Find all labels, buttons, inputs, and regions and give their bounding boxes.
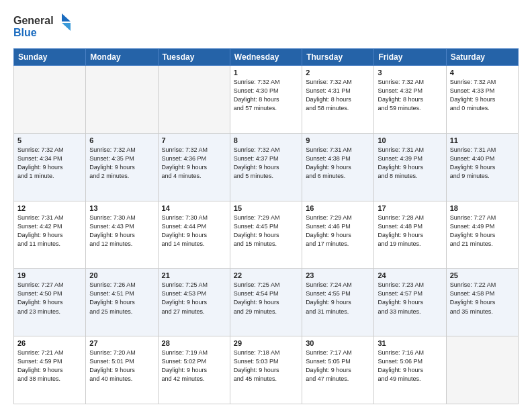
day-info: Sunrise: 7:26 AM Sunset: 4:51 PM Dayligh… (89, 281, 154, 316)
calendar-table: SundayMondayTuesdayWednesdayThursdayFrid… (13, 48, 519, 404)
calendar-cell: 27Sunrise: 7:20 AM Sunset: 5:01 PM Dayli… (86, 336, 158, 404)
day-info: Sunrise: 7:25 AM Sunset: 4:53 PM Dayligh… (162, 281, 226, 316)
day-number: 17 (378, 204, 442, 212)
calendar-cell: 29Sunrise: 7:18 AM Sunset: 5:03 PM Dayli… (230, 336, 302, 404)
calendar-cell: 4Sunrise: 7:32 AM Sunset: 4:33 PM Daylig… (446, 66, 518, 134)
day-number: 7 (162, 136, 226, 144)
weekday-header-tuesday: Tuesday (158, 49, 230, 66)
calendar-cell: 17Sunrise: 7:28 AM Sunset: 4:48 PM Dayli… (374, 201, 446, 269)
calendar-cell: 13Sunrise: 7:30 AM Sunset: 4:43 PM Dayli… (86, 201, 158, 269)
day-info: Sunrise: 7:32 AM Sunset: 4:37 PM Dayligh… (234, 146, 298, 181)
calendar-cell: 30Sunrise: 7:17 AM Sunset: 5:05 PM Dayli… (302, 336, 374, 404)
weekday-header-row: SundayMondayTuesdayWednesdayThursdayFrid… (14, 49, 519, 66)
calendar-cell: 9Sunrise: 7:31 AM Sunset: 4:38 PM Daylig… (302, 133, 374, 201)
weekday-header-thursday: Thursday (302, 49, 374, 66)
calendar-cell: 1Sunrise: 7:32 AM Sunset: 4:30 PM Daylig… (230, 66, 302, 134)
calendar-cell: 3Sunrise: 7:32 AM Sunset: 4:32 PM Daylig… (374, 66, 446, 134)
svg-text:Blue: Blue (13, 27, 37, 38)
logo-text: General Blue (13, 12, 74, 43)
day-info: Sunrise: 7:27 AM Sunset: 4:50 PM Dayligh… (17, 281, 82, 316)
day-info: Sunrise: 7:16 AM Sunset: 5:06 PM Dayligh… (378, 349, 442, 383)
calendar-cell: 6Sunrise: 7:32 AM Sunset: 4:35 PM Daylig… (86, 133, 158, 201)
calendar-cell: 22Sunrise: 7:25 AM Sunset: 4:54 PM Dayli… (230, 269, 302, 336)
calendar-cell: 7Sunrise: 7:32 AM Sunset: 4:36 PM Daylig… (158, 133, 230, 201)
day-info: Sunrise: 7:31 AM Sunset: 4:39 PM Dayligh… (378, 146, 442, 181)
logo: General Blue (13, 12, 74, 43)
day-number: 29 (234, 339, 298, 347)
week-row-1: 1Sunrise: 7:32 AM Sunset: 4:30 PM Daylig… (14, 66, 519, 134)
calendar-cell (86, 66, 158, 134)
day-info: Sunrise: 7:32 AM Sunset: 4:36 PM Dayligh… (162, 146, 226, 181)
calendar-cell: 11Sunrise: 7:31 AM Sunset: 4:40 PM Dayli… (446, 133, 518, 201)
day-info: Sunrise: 7:17 AM Sunset: 5:05 PM Dayligh… (306, 349, 370, 383)
day-info: Sunrise: 7:32 AM Sunset: 4:32 PM Dayligh… (378, 78, 442, 113)
day-number: 19 (17, 271, 82, 279)
day-info: Sunrise: 7:32 AM Sunset: 4:35 PM Dayligh… (89, 146, 154, 181)
day-number: 12 (17, 204, 82, 212)
calendar-cell: 2Sunrise: 7:32 AM Sunset: 4:31 PM Daylig… (302, 66, 374, 134)
svg-marker-3 (62, 23, 71, 31)
day-number: 14 (162, 204, 226, 212)
day-number: 22 (234, 271, 298, 279)
day-info: Sunrise: 7:30 AM Sunset: 4:43 PM Dayligh… (89, 214, 154, 248)
svg-marker-2 (62, 13, 71, 21)
weekday-header-friday: Friday (374, 49, 446, 66)
day-number: 4 (450, 68, 515, 77)
calendar-cell: 31Sunrise: 7:16 AM Sunset: 5:06 PM Dayli… (374, 336, 446, 404)
day-info: Sunrise: 7:21 AM Sunset: 4:59 PM Dayligh… (17, 349, 82, 383)
day-info: Sunrise: 7:25 AM Sunset: 4:54 PM Dayligh… (234, 281, 298, 316)
day-info: Sunrise: 7:23 AM Sunset: 4:57 PM Dayligh… (378, 281, 442, 316)
day-info: Sunrise: 7:31 AM Sunset: 4:38 PM Dayligh… (306, 146, 370, 181)
calendar-cell: 26Sunrise: 7:21 AM Sunset: 4:59 PM Dayli… (14, 336, 86, 404)
calendar-cell: 8Sunrise: 7:32 AM Sunset: 4:37 PM Daylig… (230, 133, 302, 201)
week-row-2: 5Sunrise: 7:32 AM Sunset: 4:34 PM Daylig… (14, 133, 519, 201)
calendar-cell (14, 66, 86, 134)
day-info: Sunrise: 7:20 AM Sunset: 5:01 PM Dayligh… (89, 349, 154, 383)
page: General Blue SundayMondayTuesdayWednesda… (0, 0, 532, 411)
day-number: 16 (306, 204, 370, 212)
calendar-cell: 12Sunrise: 7:31 AM Sunset: 4:42 PM Dayli… (14, 201, 86, 269)
calendar-cell: 24Sunrise: 7:23 AM Sunset: 4:57 PM Dayli… (374, 269, 446, 336)
calendar-cell: 18Sunrise: 7:27 AM Sunset: 4:49 PM Dayli… (446, 201, 518, 269)
svg-text:General: General (13, 15, 54, 26)
calendar-cell: 20Sunrise: 7:26 AM Sunset: 4:51 PM Dayli… (86, 269, 158, 336)
day-number: 18 (450, 204, 515, 212)
calendar-cell: 28Sunrise: 7:19 AM Sunset: 5:02 PM Dayli… (158, 336, 230, 404)
day-number: 15 (234, 204, 298, 212)
day-number: 24 (378, 271, 442, 279)
day-number: 3 (378, 68, 442, 77)
calendar-cell (446, 336, 518, 404)
day-number: 30 (306, 339, 370, 347)
weekday-header-sunday: Sunday (14, 49, 86, 66)
logo-icon: General Blue (13, 12, 74, 40)
calendar-cell: 16Sunrise: 7:29 AM Sunset: 4:46 PM Dayli… (302, 201, 374, 269)
weekday-header-saturday: Saturday (446, 49, 518, 66)
day-info: Sunrise: 7:27 AM Sunset: 4:49 PM Dayligh… (450, 214, 515, 248)
day-info: Sunrise: 7:22 AM Sunset: 4:58 PM Dayligh… (450, 281, 515, 316)
day-info: Sunrise: 7:32 AM Sunset: 4:31 PM Dayligh… (306, 78, 370, 113)
day-info: Sunrise: 7:32 AM Sunset: 4:34 PM Dayligh… (17, 146, 82, 181)
day-number: 1 (234, 68, 298, 77)
day-number: 20 (89, 271, 154, 279)
day-info: Sunrise: 7:32 AM Sunset: 4:30 PM Dayligh… (234, 78, 298, 113)
day-number: 9 (306, 136, 370, 144)
day-info: Sunrise: 7:31 AM Sunset: 4:42 PM Dayligh… (17, 214, 82, 248)
week-row-3: 12Sunrise: 7:31 AM Sunset: 4:42 PM Dayli… (14, 201, 519, 269)
day-number: 6 (89, 136, 154, 144)
day-number: 2 (306, 68, 370, 77)
day-info: Sunrise: 7:24 AM Sunset: 4:55 PM Dayligh… (306, 281, 370, 316)
weekday-header-wednesday: Wednesday (230, 49, 302, 66)
calendar-cell: 10Sunrise: 7:31 AM Sunset: 4:39 PM Dayli… (374, 133, 446, 201)
day-info: Sunrise: 7:30 AM Sunset: 4:44 PM Dayligh… (162, 214, 226, 248)
day-number: 27 (89, 339, 154, 347)
calendar-cell: 14Sunrise: 7:30 AM Sunset: 4:44 PM Dayli… (158, 201, 230, 269)
day-number: 31 (378, 339, 442, 347)
weekday-header-monday: Monday (86, 49, 158, 66)
day-number: 8 (234, 136, 298, 144)
day-number: 28 (162, 339, 226, 347)
calendar-cell: 25Sunrise: 7:22 AM Sunset: 4:58 PM Dayli… (446, 269, 518, 336)
header: General Blue (13, 12, 519, 43)
week-row-5: 26Sunrise: 7:21 AM Sunset: 4:59 PM Dayli… (14, 336, 519, 404)
day-info: Sunrise: 7:29 AM Sunset: 4:45 PM Dayligh… (234, 214, 298, 248)
day-number: 10 (378, 136, 442, 144)
